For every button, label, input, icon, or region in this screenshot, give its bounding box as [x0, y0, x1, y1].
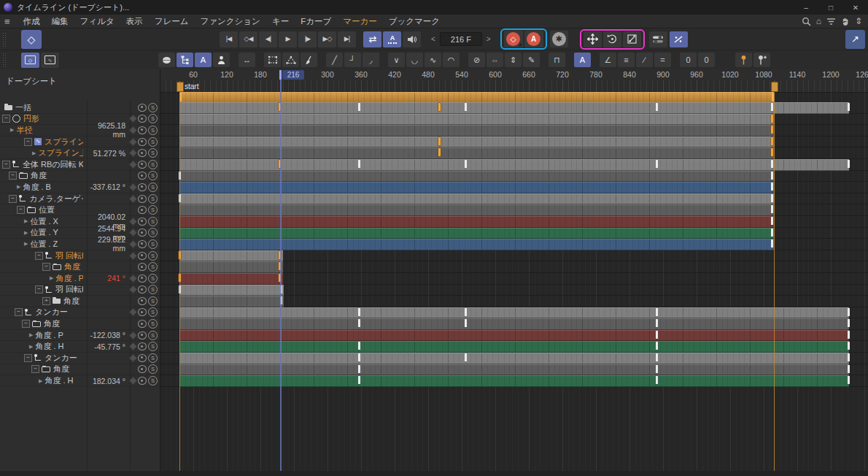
keep-visual-angle-button[interactable]: =: [654, 53, 671, 67]
animation-track[interactable]: [179, 239, 774, 250]
tangent-soft-button[interactable]: ◡: [406, 53, 423, 67]
animation-track[interactable]: [179, 171, 774, 183]
solo-icon[interactable]: S: [148, 160, 158, 169]
show-hierarchy-button[interactable]: [177, 53, 193, 67]
keyframe[interactable]: [358, 365, 360, 373]
expander-collapse-icon[interactable]: −: [2, 115, 10, 123]
track-row[interactable]: [160, 353, 868, 364]
menu-表示[interactable]: 表示: [120, 16, 149, 27]
solo-icon[interactable]: S: [148, 183, 158, 192]
timeline-marker[interactable]: [771, 82, 778, 92]
visibility-eye-icon[interactable]: [138, 195, 147, 203]
solo-icon[interactable]: S: [148, 376, 158, 385]
rect-select-button[interactable]: [264, 53, 281, 67]
solo-icon[interactable]: S: [148, 205, 158, 215]
animation-track[interactable]: [179, 216, 774, 228]
visibility-eye-icon[interactable]: [138, 104, 147, 112]
add-marker-plus-button[interactable]: [753, 53, 770, 67]
animation-track[interactable]: [179, 114, 774, 126]
track-row[interactable]: [160, 375, 868, 387]
frame-prev-button[interactable]: <: [429, 35, 438, 43]
track-row[interactable]: [160, 307, 868, 319]
expander-collapse-icon[interactable]: −: [35, 285, 43, 293]
add-marker-button[interactable]: [735, 53, 752, 67]
track-row[interactable]: [160, 261, 868, 273]
solo-icon[interactable]: S: [148, 285, 158, 294]
audio-button[interactable]: [403, 31, 421, 47]
pla-record-button[interactable]: [670, 31, 688, 47]
track-row[interactable]: [160, 296, 868, 307]
tree-row[interactable]: ▶角度 . P-122.038 °S: [0, 330, 160, 342]
keyframe[interactable]: [656, 365, 658, 373]
frame-field[interactable]: 216 F: [440, 32, 482, 46]
keyframe[interactable]: [771, 183, 773, 191]
lock-tangent-angle-button[interactable]: ∠: [600, 53, 616, 67]
keyframe[interactable]: [848, 319, 850, 327]
track-row[interactable]: [160, 216, 868, 228]
solo-icon[interactable]: S: [148, 103, 158, 112]
keyframe[interactable]: [848, 342, 850, 350]
keyframe[interactable]: [465, 353, 467, 361]
visibility-eye-icon[interactable]: [138, 297, 147, 305]
layer-diamond-icon[interactable]: [128, 353, 138, 363]
keyframe[interactable]: [771, 229, 773, 237]
selected-keyframe[interactable]: [771, 115, 773, 123]
tree-value[interactable]: 9625.18 mm: [83, 121, 125, 139]
visibility-eye-icon[interactable]: [138, 149, 147, 157]
timeline-marker[interactable]: [177, 82, 184, 92]
track-row[interactable]: [160, 239, 868, 250]
animation-track[interactable]: [179, 250, 283, 262]
animation-track[interactable]: [179, 125, 774, 137]
visibility-eye-icon[interactable]: [138, 138, 147, 146]
selected-keyframe[interactable]: [438, 103, 441, 111]
tangent-spline-button[interactable]: ∿: [425, 53, 441, 67]
tree-row[interactable]: ▶スプライン上の位置51.272 %S: [0, 147, 160, 159]
lasso-select-button[interactable]: [282, 53, 299, 67]
expander-collapse-icon[interactable]: −: [24, 138, 32, 146]
record-rotation-button[interactable]: [603, 31, 621, 47]
tree-row[interactable]: ▶角度 . B-337.612 °S: [0, 182, 160, 193]
solo-icon[interactable]: S: [148, 148, 158, 158]
animation-track[interactable]: [179, 285, 284, 296]
keyframe-settings-gear[interactable]: ✱: [550, 31, 568, 47]
keyframe[interactable]: [848, 103, 850, 111]
tree-value[interactable]: -45.775 °: [83, 342, 125, 351]
solo-icon[interactable]: S: [148, 331, 158, 340]
visibility-eye-icon[interactable]: [138, 161, 147, 169]
solo-icon[interactable]: S: [148, 217, 158, 226]
expander-collapse-icon[interactable]: −: [35, 252, 43, 260]
animation-track[interactable]: [179, 296, 284, 307]
layer-diamond-icon[interactable]: [128, 228, 138, 237]
track-row[interactable]: [160, 285, 868, 296]
keyframe[interactable]: [771, 194, 773, 202]
layer-diamond-icon[interactable]: [128, 148, 138, 158]
track-row[interactable]: [160, 102, 868, 114]
keyframe[interactable]: [358, 376, 360, 384]
menu-ファンクション[interactable]: ファンクション: [194, 16, 266, 27]
track-row[interactable]: [160, 228, 868, 239]
expander-collapse-icon[interactable]: −: [24, 354, 32, 362]
keyframe[interactable]: [465, 160, 467, 168]
time-ruler[interactable]: 6012018030036042048054060066072078084090…: [160, 69, 868, 80]
track-row[interactable]: [160, 364, 868, 376]
layer-diamond-icon[interactable]: [128, 331, 138, 340]
tree-value[interactable]: 229.822 mm: [83, 235, 125, 253]
track-row[interactable]: [160, 182, 868, 193]
hamburger-menu-icon[interactable]: ≡: [4, 16, 10, 27]
visibility-eye-icon[interactable]: [138, 365, 147, 373]
tree-row[interactable]: −タンカーS: [0, 353, 160, 364]
track-row[interactable]: [160, 204, 868, 216]
solo-icon[interactable]: S: [148, 296, 158, 306]
tree-row[interactable]: ▶角度 . P241 °S: [0, 273, 160, 285]
layer-diamond-icon[interactable]: [128, 239, 138, 249]
record-position-button[interactable]: [584, 31, 602, 47]
filter-icon[interactable]: [826, 18, 836, 26]
keyframe[interactable]: [771, 239, 773, 247]
menu-フィルタ[interactable]: フィルタ: [74, 16, 120, 27]
solo-icon[interactable]: S: [148, 262, 158, 272]
animation-track[interactable]: [179, 273, 283, 285]
keyframe[interactable]: [848, 308, 850, 316]
record-keyframe-button[interactable]: ◇: [504, 31, 523, 47]
visibility-eye-icon[interactable]: [138, 377, 147, 385]
interp-linear-button[interactable]: ╱: [326, 53, 343, 67]
